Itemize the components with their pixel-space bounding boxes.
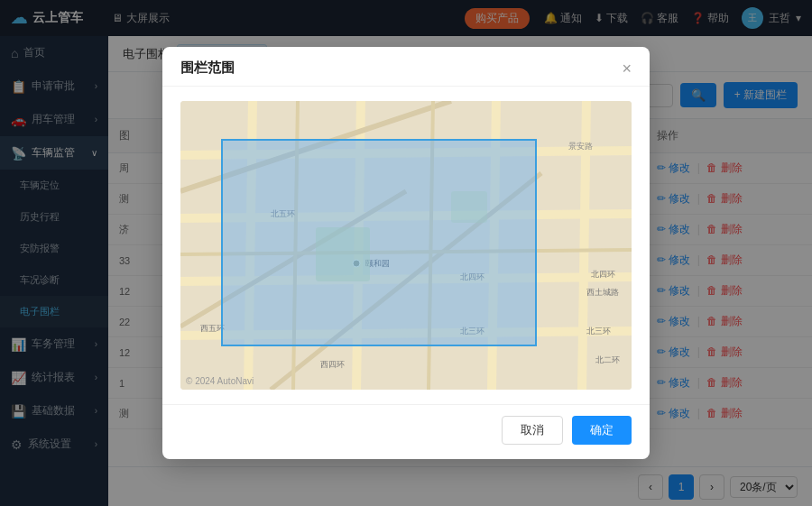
fence-range-modal: 围栏范围 ×: [162, 47, 650, 459]
modal-header: 围栏范围 ×: [162, 47, 650, 87]
modal-overlay: 围栏范围 ×: [0, 0, 812, 506]
svg-text:北四环: 北四环: [591, 270, 615, 279]
cancel-button[interactable]: 取消: [502, 416, 563, 445]
confirm-button[interactable]: 确定: [572, 416, 632, 445]
svg-text:西土城路: 西土城路: [586, 288, 619, 297]
svg-text:北二环: 北二环: [595, 355, 620, 364]
modal-body: 景安路 北五环 北四环 北三环 北三环 北四环 北二环 西五环 西四环 西 西土…: [162, 87, 650, 404]
map-copyright: © 2024 AutoNavi: [186, 376, 254, 386]
svg-text:景安路: 景安路: [568, 142, 593, 151]
modal-footer: 取消 确定: [162, 404, 650, 459]
map-container: 景安路 北五环 北四环 北三环 北三环 北四环 北二环 西五环 西四环 西 西土…: [180, 101, 632, 390]
svg-text:西四环: 西四环: [320, 360, 345, 369]
svg-text:北三环: 北三环: [586, 327, 611, 336]
fence-selection-area: [221, 139, 537, 346]
close-button[interactable]: ×: [622, 60, 632, 77]
modal-title: 围栏范围: [180, 60, 235, 77]
